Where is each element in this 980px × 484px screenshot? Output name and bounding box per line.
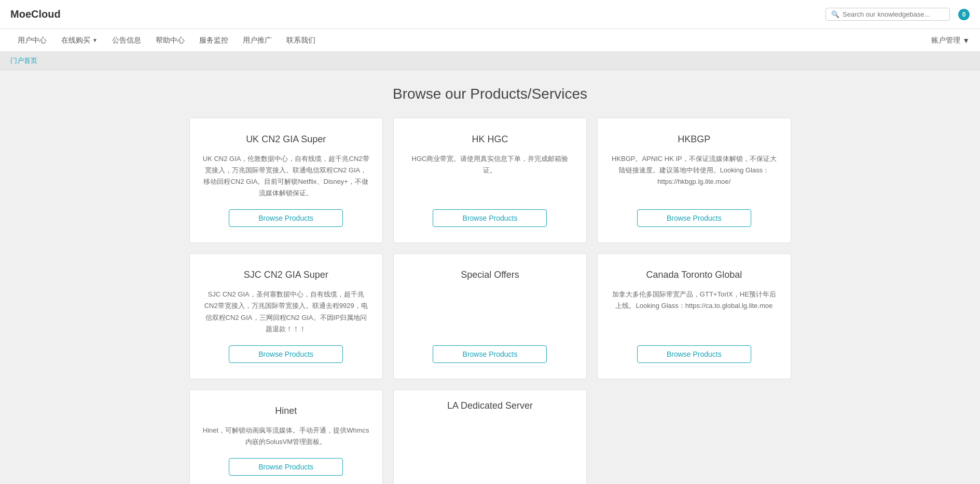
browse-products-button[interactable]: Browse Products [433, 345, 547, 363]
nav-item-contact[interactable]: 联系我们 [279, 29, 323, 52]
nav-item-referral[interactable]: 用户推广 [236, 29, 279, 52]
account-menu[interactable]: 账户管理 ▼ [931, 36, 970, 45]
nav-item-announcements[interactable]: 公告信息 [105, 29, 148, 52]
chevron-down-icon: ▼ [962, 36, 970, 45]
nav-item-help[interactable]: 帮助中心 [148, 29, 192, 52]
browse-products-button[interactable]: Browse Products [229, 345, 343, 363]
product-title: HK HGC [472, 134, 508, 145]
product-title: Canada Toronto Global [646, 270, 742, 280]
product-title: HKBGP [678, 134, 710, 145]
product-title: SJC CN2 GIA Super [244, 270, 328, 280]
chevron-down-icon: ▼ [92, 37, 98, 43]
search-bar[interactable]: 🔍 [825, 8, 950, 21]
header: MoeCloud 🔍 0 [0, 0, 980, 29]
main-nav: 用户中心 在线购买 ▼ 公告信息 帮助中心 服务监控 用户推广 联系我们 账户管… [0, 29, 980, 52]
nav-item-user-center[interactable]: 用户中心 [10, 29, 54, 52]
browse-products-button[interactable]: Browse Products [229, 209, 343, 227]
product-desc: HGC商业带宽。请使用真实信息下单，并完成邮箱验证。 [406, 153, 574, 199]
product-desc: 加拿大多伦多国际带宽产品，GTT+TorIX，HE预计年后上线。Looking … [610, 289, 778, 334]
browse-products-button[interactable]: Browse Products [637, 209, 751, 227]
product-desc: Hinet，可解锁动画疯等流媒体。手动开通，提供Whmcs内嵌的SolusVM管… [202, 425, 370, 448]
product-card-special-offers: Special Offers Browse Products [393, 253, 587, 379]
page-title: Browse our Products/Services [189, 86, 791, 102]
product-desc: SJC CN2 GIA，圣何塞数据中心，自有线缆，超千兆CN2带宽接入，万兆国际… [202, 289, 370, 334]
product-grid: UK CN2 GIA Super UK CN2 GIA，伦敦数据中心，自有线缆，… [189, 118, 791, 484]
product-card-la-dedicated-server: LA Dedicated Server [393, 389, 587, 484]
logo[interactable]: MoeCloud [10, 8, 93, 20]
product-desc: HKBGP。APNIC HK IP，不保证流媒体解锁，不保证大陆链接速度。建议落… [610, 153, 778, 199]
product-title: Special Offers [461, 270, 519, 280]
breadcrumb-bar: 门户首页 [0, 52, 980, 70]
product-title: Hinet [275, 406, 297, 416]
product-card-hk-hgc: HK HGC HGC商业带宽。请使用真实信息下单，并完成邮箱验证。 Browse… [393, 118, 587, 243]
browse-products-button[interactable]: Browse Products [637, 345, 751, 363]
nav-item-monitoring[interactable]: 服务监控 [192, 29, 236, 52]
product-title: LA Dedicated Server [447, 400, 533, 411]
breadcrumb[interactable]: 门户首页 [10, 57, 37, 64]
product-desc: UK CN2 GIA，伦敦数据中心，自有线缆，超千兆CN2带宽接入，万兆国际带宽… [202, 153, 370, 199]
product-card-hinet: Hinet Hinet，可解锁动画疯等流媒体。手动开通，提供Whmcs内嵌的So… [189, 389, 383, 484]
product-title: UK CN2 GIA Super [246, 134, 326, 145]
search-input[interactable] [843, 10, 944, 18]
product-card-uk-cn2-gia-super: UK CN2 GIA Super UK CN2 GIA，伦敦数据中心，自有线缆，… [189, 118, 383, 243]
browse-products-button[interactable]: Browse Products [229, 458, 343, 476]
nav-item-shop[interactable]: 在线购买 ▼ [54, 29, 105, 52]
search-icon: 🔍 [831, 10, 839, 18]
browse-products-button[interactable]: Browse Products [433, 209, 547, 227]
product-card-canada-toronto-global: Canada Toronto Global 加拿大多伦多国际带宽产品，GTT+T… [597, 253, 791, 379]
main-content: Browse our Products/Services UK CN2 GIA … [179, 70, 802, 484]
product-card-sjc-cn2-gia-super: SJC CN2 GIA Super SJC CN2 GIA，圣何塞数据中心，自有… [189, 253, 383, 379]
notification-badge[interactable]: 0 [958, 9, 970, 20]
product-card-hkbgp: HKBGP HKBGP。APNIC HK IP，不保证流媒体解锁，不保证大陆链接… [597, 118, 791, 243]
